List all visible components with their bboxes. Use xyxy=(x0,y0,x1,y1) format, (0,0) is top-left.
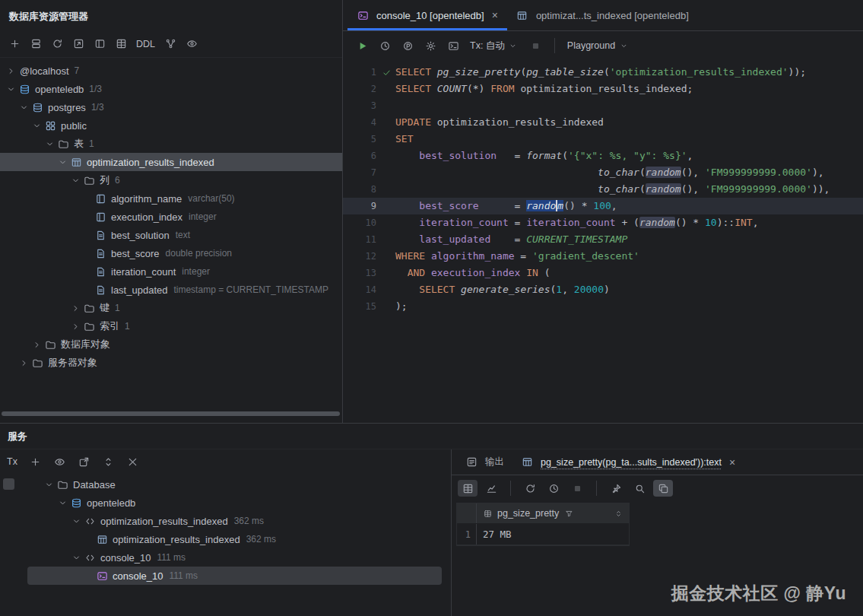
code-line[interactable]: 8 to_char(random(), 'FM999999999.0000'))… xyxy=(343,181,863,198)
code-line[interactable]: 13 AND execution_index IN ( xyxy=(343,265,863,281)
cell-value[interactable]: 27 MB xyxy=(477,524,629,545)
playground-select[interactable]: Playground xyxy=(563,37,633,54)
explorer-tree-item[interactable]: postgres1/3 xyxy=(0,98,342,116)
export-button[interactable] xyxy=(653,480,673,497)
app-window: 数据库资源管理器 DDL @localhost7openteledb1/3pos… xyxy=(0,0,863,616)
code-line[interactable]: 10 iteration_count = iteration_count + (… xyxy=(343,214,863,231)
services-tree-item[interactable]: console_10111 ms xyxy=(27,567,442,585)
chevron-right-icon[interactable] xyxy=(69,320,81,332)
code-line[interactable]: 3 xyxy=(343,97,863,114)
editor-tab[interactable]: optimizat...ts_indexed [openteledb] xyxy=(507,0,698,30)
explorer-tree-item[interactable]: 索引1 xyxy=(0,317,342,335)
reload-button[interactable] xyxy=(520,480,540,497)
code-line[interactable]: 15); xyxy=(343,298,863,315)
code-line[interactable]: 1SELECT pg_size_pretty(pg_table_size('op… xyxy=(343,64,863,81)
explorer-tree-item[interactable]: best_solutiontext xyxy=(0,226,342,244)
open-table-button[interactable] xyxy=(111,36,131,52)
code-line[interactable]: 5SET xyxy=(343,131,863,148)
services-rail-icon[interactable] xyxy=(3,478,14,490)
explorer-tree-item[interactable]: algorithm_namevarchar(50) xyxy=(0,189,342,208)
expand-all-button[interactable] xyxy=(99,453,119,470)
execution-history-button[interactable] xyxy=(375,37,395,54)
explorer-tree-item[interactable]: 表1 xyxy=(0,135,342,153)
explorer-tree-item[interactable]: optimization_results_indexed xyxy=(0,153,342,171)
chevron-down-icon[interactable] xyxy=(43,478,55,491)
code-line[interactable]: 12WHERE algorithm_name = 'gradient_desce… xyxy=(343,248,863,265)
explorer-tree-item[interactable]: last_updatedtimestamp = CURRENT_TIMESTAM… xyxy=(0,281,342,299)
explorer-tree-item[interactable]: @localhost7 xyxy=(0,62,342,80)
code-line[interactable]: 2SELECT COUNT(*) FROM optimization_resul… xyxy=(343,81,863,97)
layout-button[interactable] xyxy=(90,36,109,52)
sql-editor[interactable]: 1SELECT pg_size_pretty(pg_table_size('op… xyxy=(343,60,863,315)
explorer-tree-item[interactable]: openteledb1/3 xyxy=(0,80,342,98)
settings-button[interactable] xyxy=(420,37,440,54)
explorer-tree-item[interactable]: 列6 xyxy=(0,171,342,189)
chevron-down-icon[interactable] xyxy=(70,515,82,527)
pin-tab-button[interactable] xyxy=(606,480,626,497)
explorer-tree-item[interactable]: 数据库对象 xyxy=(0,335,342,354)
jump-to-ddl-button[interactable] xyxy=(68,36,88,52)
add-datasource-button[interactable] xyxy=(5,36,24,52)
services-tree-item[interactable]: openteledb xyxy=(27,494,442,512)
horizontal-scrollbar-thumb[interactable] xyxy=(2,411,340,416)
editor-tab[interactable]: console_10 [openteledb]× xyxy=(347,0,507,30)
grid-row[interactable]: 127 MB xyxy=(457,524,629,545)
chart-view-button[interactable] xyxy=(481,480,501,497)
chevron-right-icon[interactable] xyxy=(17,357,30,369)
open-in-new-button[interactable] xyxy=(75,453,94,470)
history-button[interactable] xyxy=(544,480,563,497)
search-button[interactable] xyxy=(630,480,649,497)
code-line[interactable]: 7 to_char(random(), 'FM999999999.0000'), xyxy=(343,164,863,181)
open-console-button[interactable] xyxy=(443,37,463,54)
view-options-button[interactable] xyxy=(182,36,201,52)
chevron-down-icon[interactable] xyxy=(5,83,17,95)
code-line[interactable]: 6 best_solution = format('{"x": %s, "y":… xyxy=(343,148,863,164)
refresh-button[interactable] xyxy=(47,36,67,52)
tab-close-icon[interactable]: × xyxy=(492,10,498,21)
ddl-button[interactable]: DDL xyxy=(132,37,159,52)
tab-close-icon[interactable]: × xyxy=(729,457,735,468)
chevron-down-icon[interactable] xyxy=(17,101,30,113)
services-tree-item[interactable]: console_10111 ms xyxy=(27,548,442,567)
services-tree-item[interactable]: optimization_results_indexed362 ms xyxy=(27,512,442,530)
chevron-right-icon[interactable] xyxy=(5,65,17,77)
chevron-down-icon[interactable] xyxy=(70,551,82,564)
chevron-down-icon[interactable] xyxy=(30,119,43,132)
tx-mode-select[interactable]: Tx: 自动 xyxy=(466,37,523,55)
view-options-button[interactable] xyxy=(50,453,70,470)
services-tree-item[interactable]: Database xyxy=(27,475,442,494)
add-service-button[interactable] xyxy=(26,453,46,470)
explorer-tree-item[interactable]: execution_indexinteger xyxy=(0,208,342,226)
results-tab[interactable]: 输出 xyxy=(458,449,512,475)
explorer-tree-item[interactable]: best_scoredouble precision xyxy=(0,244,342,262)
explorer-tree-item[interactable]: 键1 xyxy=(0,299,342,317)
grid-corner-cell[interactable] xyxy=(457,503,477,523)
diagram-button[interactable] xyxy=(160,36,180,52)
chevron-down-icon[interactable] xyxy=(56,497,68,509)
tx-filter[interactable]: Tx xyxy=(3,454,21,469)
code-line[interactable]: 4UPDATE optimization_results_indexed xyxy=(343,114,863,131)
chevron-down-icon[interactable] xyxy=(43,138,56,150)
grid-view-button[interactable] xyxy=(458,480,478,497)
grid-column-header[interactable]: pg_size_pretty xyxy=(477,503,629,523)
tree-item-label: 服务器对象 xyxy=(48,356,97,370)
chevron-right-icon[interactable] xyxy=(69,302,81,314)
explorer-tree-item[interactable]: iteration_countinteger xyxy=(0,262,342,281)
run-button[interactable] xyxy=(352,37,372,54)
stop-button[interactable] xyxy=(567,480,587,497)
datasource-properties-button[interactable] xyxy=(26,36,46,52)
chevron-down-icon[interactable] xyxy=(69,174,81,186)
results-tab[interactable]: pg_size_pretty(pg_ta...sults_indexed')):… xyxy=(513,449,743,475)
code-line[interactable]: 14 SELECT generate_series(1, 20000) xyxy=(343,281,863,298)
tree-item-meta: 362 ms xyxy=(234,516,264,526)
explorer-tree-item[interactable]: 服务器对象 xyxy=(0,354,342,372)
chevron-right-icon[interactable] xyxy=(30,338,43,351)
services-tree-item[interactable]: optimization_results_indexed362 ms xyxy=(27,530,442,548)
explorer-tree-item[interactable]: public xyxy=(0,116,342,135)
chevron-down-icon[interactable] xyxy=(56,156,68,168)
code-line[interactable]: 9 best_score = random() * 100, xyxy=(343,198,863,214)
code-line[interactable]: 11 last_updated = CURRENT_TIMESTAMP xyxy=(343,231,863,248)
stop-button[interactable] xyxy=(526,37,546,54)
collapse-all-button[interactable] xyxy=(123,453,143,470)
explain-plan-button[interactable] xyxy=(398,37,417,54)
